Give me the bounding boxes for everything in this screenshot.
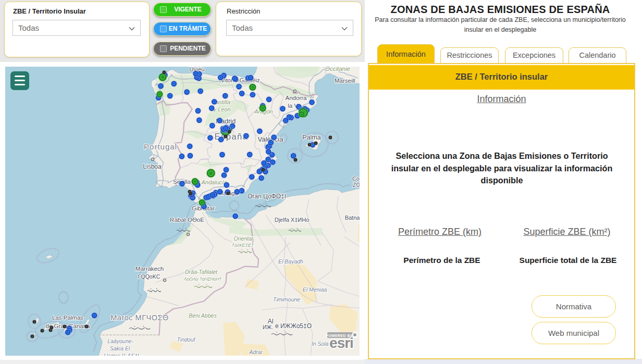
svg-text:Sakia El: Sakia El <box>110 345 130 352</box>
svg-text:Las Palmas: Las Palmas <box>52 315 83 321</box>
svg-text:Drâa-Tafilalet: Drâa-Tafilalet <box>185 269 218 275</box>
svg-text:Oran ЦоФО‡І: Oran ЦоФО‡І <box>248 193 286 200</box>
svg-text:ΖО: ΖО <box>353 182 360 188</box>
svg-text:Marrakech: Marrakech <box>135 266 164 272</box>
svg-text:ИЖ.: ИЖ. <box>263 324 273 330</box>
svg-text:Con: Con <box>352 175 360 182</box>
svg-text:Hamra ЊΔЅ‡І: Hamra ЊΔЅ‡І <box>104 353 139 356</box>
svg-text:е ИЖЖо5‡О: е ИЖЖо5‡О <box>275 322 312 330</box>
svg-text:Vitoria-Gasteiz: Vitoria-Gasteiz <box>220 77 260 83</box>
svg-text:Andorra: Andorra <box>286 95 307 101</box>
svg-text:ΛоОΛо-†оНΣНоН†: ΛоОΛо-†оНΣНоН† <box>183 277 222 282</box>
svg-text:In Sola: In Sola <box>312 341 329 347</box>
svg-text:Palma: Palma <box>302 134 320 141</box>
svg-text:y León: y León <box>213 106 230 112</box>
svg-text:Occitanie: Occitanie <box>325 67 350 72</box>
svg-text:esri: esri <box>329 335 353 351</box>
svg-text:†оІХЕ‡Е†: †оІХЕ‡Е† <box>232 242 254 248</box>
svg-text:Djelfa Х‡ИНо: Djelfa Х‡ИНо <box>275 217 310 223</box>
svg-text:El Bayadh: El Bayadh <box>278 258 303 265</box>
svg-text:ΓQQоΚС: ΓQQоΚС <box>138 273 160 280</box>
svg-text:Lisboa: Lisboa <box>143 163 162 170</box>
svg-text:Andalucía: Andalucía <box>201 179 227 185</box>
svg-text:Portugal: Portugal <box>144 142 177 151</box>
svg-text:Laâyoune-: Laâyoune- <box>107 338 133 344</box>
svg-text:Tindouf: Tindouf <box>177 336 196 343</box>
svg-text:Oriental: Oriental <box>234 235 253 242</box>
svg-text:Rabat ОΘоЕ: Rabat ОΘоЕ <box>170 217 204 223</box>
svg-text:Béni Abbès: Béni Abbès <box>189 312 217 319</box>
svg-text:Batna: Batna <box>345 215 360 221</box>
svg-text:Marseill: Marseill <box>335 78 355 84</box>
svg-text:Maroc ΜГЧОΣΘ: Maroc ΜГЧОΣΘ <box>110 313 168 322</box>
svg-text:El Meniaa: El Meniaa <box>303 286 327 293</box>
svg-text:Adrar: Adrar <box>249 349 263 355</box>
svg-text:Timimoune: Timimoune <box>273 296 300 303</box>
